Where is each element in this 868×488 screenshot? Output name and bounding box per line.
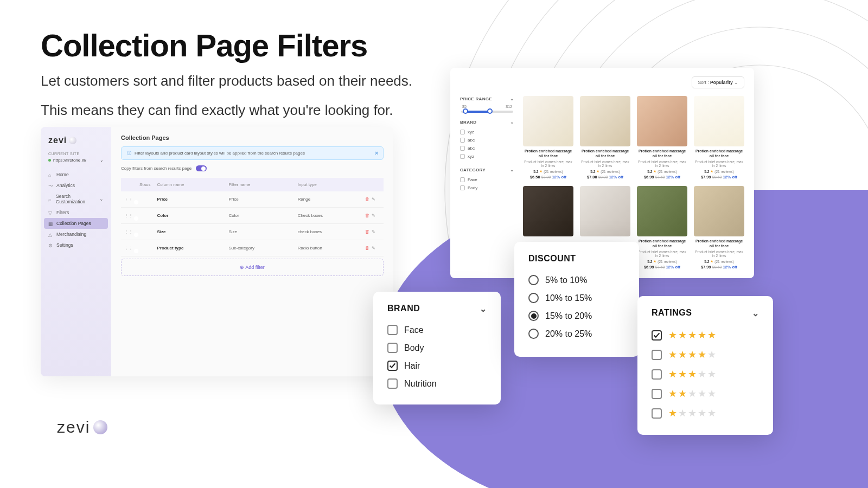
admin-panel: zevi CURRENT SITE https://firstone.in/⌄ … — [41, 127, 393, 376]
hero-line1: Let customers sort and filter products b… — [41, 70, 412, 93]
checkbox-icon — [652, 389, 662, 399]
chevron-down-icon[interactable]: ⌄ — [510, 167, 514, 172]
discount-option[interactable]: 20% to 25% — [528, 325, 625, 343]
delete-icon[interactable]: 🗑 — [365, 213, 369, 218]
delete-icon[interactable]: 🗑 — [365, 229, 369, 234]
info-banner-text: Filter layouts and product card layout s… — [135, 151, 305, 156]
product-image — [637, 186, 687, 236]
product-card[interactable]: Protien enriched massage oil for facePro… — [694, 186, 744, 269]
filter-option[interactable]: abc — [460, 136, 514, 144]
nav-search[interactable]: ⌕Search Customization⌄ — [44, 191, 108, 207]
discount-filter-popup: DISCOUNT 5% to 10%10% to 15%15% to 20%20… — [514, 242, 639, 357]
status-dot-icon — [48, 159, 51, 162]
checkbox-icon — [652, 330, 662, 341]
footer-logo: zevi — [57, 418, 107, 436]
chevron-down-icon[interactable]: ⌄ — [480, 304, 487, 314]
admin-page-title: Collection Pages — [121, 134, 384, 141]
filter-option[interactable]: xyz — [460, 152, 514, 160]
ratings-filter-popup: RATINGS⌄ ★★★★★★★★★★★★★★★★★★★★★★★★★ — [637, 296, 773, 435]
price-slider[interactable] — [461, 111, 513, 113]
admin-sidebar: zevi CURRENT SITE https://firstone.in/⌄ … — [41, 127, 111, 376]
radio-icon — [528, 293, 539, 303]
stars-icon: ★★★★★ — [668, 407, 716, 419]
storefront-filters: PRICE RANGE⌄ $5$12 BRAND⌄ xyzabcabcxyz C… — [460, 96, 514, 269]
brand-option[interactable]: Face — [387, 321, 487, 339]
hero-line2: This means they can find exactly what yo… — [41, 99, 412, 122]
chevron-down-icon[interactable]: ⌄ — [510, 119, 514, 125]
rating-option[interactable]: ★★★★★ — [652, 325, 759, 345]
product-card[interactable]: Protien enriched massage oil for facePro… — [694, 96, 744, 179]
brand-popup-title: BRAND — [387, 304, 420, 313]
filter-category: CATEGORY⌄ FaceBody — [460, 167, 514, 192]
filter-option[interactable]: abc — [460, 144, 514, 152]
rating-option[interactable]: ★★★★★ — [652, 364, 759, 384]
logo-dot-icon — [69, 137, 76, 144]
drag-icon[interactable]: ⋮⋮ — [121, 224, 136, 240]
brand-option[interactable]: Body — [387, 339, 487, 357]
site-selector[interactable]: https://firstone.in/⌄ — [44, 156, 108, 169]
th-filter: Filter name — [225, 178, 294, 191]
filter-option[interactable]: Body — [460, 184, 514, 192]
delete-icon[interactable]: 🗑 — [365, 246, 369, 251]
th-input: Input type — [295, 178, 362, 191]
nav-merchandising[interactable]: △Merchandising — [44, 229, 108, 240]
sort-dropdown[interactable]: Sort : Popularity ⌄ — [692, 76, 744, 88]
rating-option[interactable]: ★★★★★ — [652, 403, 759, 423]
nav-home[interactable]: ⌂Home — [44, 169, 108, 180]
brand-filter-popup: BRAND⌄ FaceBodyHairNutrition — [373, 292, 501, 404]
checkbox-icon — [460, 138, 465, 143]
checkbox-icon — [652, 408, 662, 419]
filter-option[interactable]: xyz — [460, 128, 514, 136]
add-filter-button[interactable]: ⊕ Add filter — [121, 259, 384, 276]
copy-filters-toggle[interactable] — [196, 165, 207, 171]
checkbox-icon — [387, 343, 398, 353]
product-card[interactable]: Protien enriched massage oil for facePro… — [580, 96, 630, 179]
rating-option[interactable]: ★★★★★ — [652, 345, 759, 364]
checkbox-icon — [460, 130, 465, 134]
brand-option[interactable]: Hair — [387, 357, 487, 375]
checkbox-icon — [387, 361, 398, 371]
banner-close-icon[interactable]: ✕ — [374, 150, 379, 156]
chevron-down-icon[interactable]: ⌄ — [510, 96, 514, 101]
nav-collection-pages[interactable]: ▦Collection Pages — [44, 218, 108, 229]
delete-icon[interactable]: 🗑 — [365, 197, 369, 202]
discount-option[interactable]: 5% to 10% — [528, 271, 625, 289]
hero: Collection Page Filters Let customers so… — [41, 27, 412, 121]
discount-option[interactable]: 10% to 15% — [528, 289, 625, 307]
drag-icon[interactable]: ⋮⋮ — [121, 240, 136, 256]
product-image — [694, 186, 744, 236]
brand-option[interactable]: Nutrition — [387, 375, 487, 393]
radio-icon — [528, 275, 539, 285]
radio-icon — [528, 329, 539, 339]
filter-option[interactable]: Face — [460, 176, 514, 184]
discount-option[interactable]: 15% to 20% — [528, 307, 625, 325]
edit-icon[interactable]: ✎ — [372, 213, 375, 218]
product-card[interactable]: Protien enriched massage oil for facePro… — [637, 186, 687, 269]
product-image — [523, 96, 573, 146]
nav-filters[interactable]: ▽Filters — [44, 207, 108, 218]
filters-table: Staus Column name Filter name Input type… — [121, 178, 384, 256]
rating-option[interactable]: ★★★★★ — [652, 384, 759, 403]
info-banner: ⓘ Filter layouts and product card layout… — [121, 146, 384, 160]
th-column: Column name — [154, 178, 225, 191]
edit-icon[interactable]: ✎ — [372, 197, 375, 202]
edit-icon[interactable]: ✎ — [372, 229, 375, 234]
nav-analytics[interactable]: 〜Analytics — [44, 180, 108, 191]
radio-icon — [528, 311, 539, 321]
nav-settings[interactable]: ⚙Settings — [44, 240, 108, 251]
stars-icon: ★★★★★ — [668, 388, 716, 400]
chevron-down-icon[interactable]: ⌄ — [752, 308, 760, 318]
filter-price-range: PRICE RANGE⌄ $5$12 — [460, 96, 514, 113]
stars-icon: ★★★★★ — [668, 368, 716, 380]
product-card[interactable]: Protien enriched massage oil for facePro… — [523, 96, 573, 179]
th-status: Staus — [136, 178, 154, 191]
product-card[interactable]: Protien enriched massage oil for facePro… — [637, 96, 687, 179]
product-image — [580, 186, 630, 236]
drag-icon[interactable]: ⋮⋮ — [121, 191, 136, 208]
table-row: ⋮⋮Product typeSub-categoryRadio button🗑 … — [121, 240, 384, 256]
checkbox-icon — [387, 378, 398, 389]
info-icon: ⓘ — [127, 150, 131, 156]
drag-icon[interactable]: ⋮⋮ — [121, 208, 136, 224]
checkbox-icon — [652, 369, 662, 380]
edit-icon[interactable]: ✎ — [372, 246, 375, 251]
